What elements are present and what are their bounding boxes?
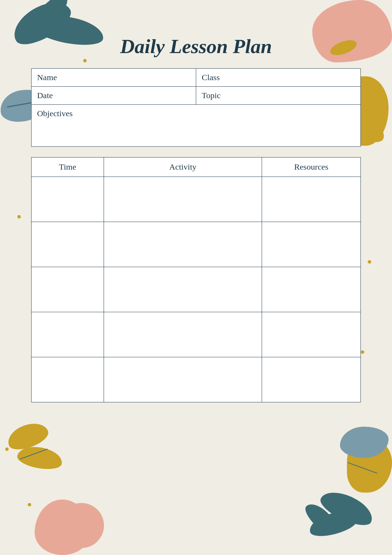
resources-cell-5 <box>262 357 361 402</box>
main-content: Daily Lesson Plan Name Class Date Topic … <box>31 35 361 520</box>
time-cell-2 <box>32 222 104 267</box>
dot-5 <box>361 350 364 354</box>
table-row <box>32 312 361 357</box>
header-row: Time Activity Resources <box>32 157 361 177</box>
resources-cell-1 <box>262 177 361 222</box>
line-teal-left <box>7 102 34 108</box>
activity-header: Activity <box>104 157 262 177</box>
activity-cell-1 <box>104 177 262 222</box>
leaf-teal-top-left-3 <box>28 0 72 36</box>
table-row <box>32 267 361 312</box>
dot-6 <box>5 447 9 451</box>
resources-cell-2 <box>262 222 361 267</box>
time-cell-3 <box>32 267 104 312</box>
page-title: Daily Lesson Plan <box>31 35 361 58</box>
table-row <box>32 357 361 402</box>
activity-cell-2 <box>104 222 262 267</box>
objectives-row: Objectives <box>32 105 361 146</box>
time-cell-1 <box>32 177 104 222</box>
objectives-label: Objectives <box>32 105 361 146</box>
resources-cell-3 <box>262 267 361 312</box>
name-label: Name <box>32 69 196 87</box>
date-label: Date <box>32 87 196 105</box>
form-table: Name Class Date Topic <box>31 68 361 105</box>
dot-3 <box>17 215 21 219</box>
time-cell-4 <box>32 312 104 357</box>
activity-cell-4 <box>104 312 262 357</box>
time-header: Time <box>32 157 104 177</box>
table-row <box>32 177 361 222</box>
resources-header: Resources <box>262 157 361 177</box>
class-label: Class <box>196 69 361 87</box>
table-header: Time Activity Resources <box>32 157 361 177</box>
time-cell-5 <box>32 357 104 402</box>
page: Daily Lesson Plan Name Class Date Topic … <box>0 0 392 555</box>
table-row <box>32 222 361 267</box>
resources-cell-4 <box>262 312 361 357</box>
dot-7 <box>28 503 31 506</box>
activity-cell-3 <box>104 267 262 312</box>
activity-cell-5 <box>104 357 262 402</box>
name-class-row: Name Class <box>32 69 361 87</box>
table-body <box>32 177 361 402</box>
objectives-table: Objectives <box>31 105 361 147</box>
dot-4 <box>368 260 371 264</box>
topic-label: Topic <box>196 87 361 105</box>
date-topic-row: Date Topic <box>32 87 361 105</box>
schedule-table: Time Activity Resources <box>31 157 361 402</box>
